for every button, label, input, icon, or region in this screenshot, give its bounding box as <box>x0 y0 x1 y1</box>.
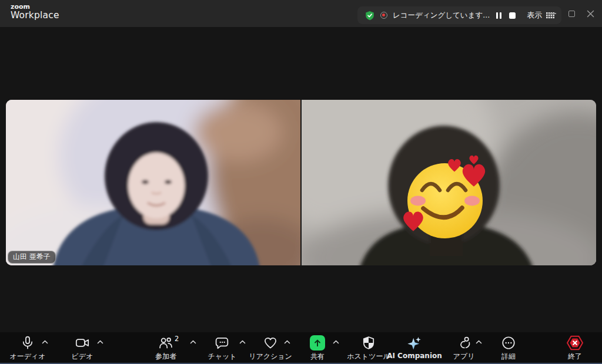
chat-bubble-icon[interactable] <box>215 335 230 350</box>
recording-status-pill: レコーディングしています... 表示 <box>357 6 561 24</box>
toolbar-chat-label: チャット <box>208 352 236 362</box>
apps-icon[interactable] <box>456 335 471 350</box>
minimize-icon <box>549 13 556 14</box>
participants-chevron-up-icon[interactable] <box>190 340 196 344</box>
chat-chevron-up-icon[interactable] <box>239 340 246 344</box>
apps-chevron-up-icon[interactable] <box>476 340 482 344</box>
end-meeting-icon[interactable] <box>566 334 584 352</box>
reactions-chevron-up-icon[interactable] <box>284 340 290 344</box>
participant-video-woman <box>6 100 300 265</box>
audio-chevron-up-icon[interactable] <box>42 340 48 344</box>
close-button[interactable] <box>581 0 600 27</box>
toolbar-video-label: ビデオ <box>72 352 93 362</box>
toolbar-apps-label: アプリ <box>453 352 475 362</box>
participants-icon[interactable] <box>158 335 174 351</box>
security-shield-icon[interactable] <box>364 10 375 21</box>
zoom-workplace-logo: zoom Workplace <box>11 4 59 21</box>
zoom-meeting-window: zoom Workplace レコーディングしています... 表示 <box>0 0 602 364</box>
participants-count-badge: 2 <box>175 335 179 343</box>
view-label: 表示 <box>527 10 542 21</box>
close-icon <box>587 10 594 18</box>
toolbar-participants-label: 参加者 <box>155 352 176 362</box>
toolbar-share-label: 共有 <box>310 352 325 362</box>
pause-recording-button[interactable] <box>495 11 503 20</box>
toolbar-more-label: 詳細 <box>501 352 516 362</box>
record-indicator-icon <box>380 12 387 19</box>
window-controls <box>543 0 600 27</box>
heart-reaction-icon[interactable] <box>263 335 278 350</box>
video-grid: 山田 亜希子 <box>6 100 596 265</box>
recording-status-text: レコーディングしています... <box>393 11 490 21</box>
more-options-icon[interactable] <box>501 335 516 350</box>
share-screen-icon[interactable] <box>310 335 325 350</box>
maximize-icon <box>568 11 575 17</box>
stop-recording-button[interactable] <box>509 12 516 19</box>
video-tile-right[interactable] <box>302 100 596 265</box>
meeting-toolbar: オーディオ ビデオ 2 <box>0 332 602 363</box>
host-tools-shield-icon[interactable] <box>361 335 376 350</box>
meeting-stage: 山田 亜希子 <box>0 27 602 333</box>
minimize-button[interactable] <box>543 0 562 27</box>
ai-companion-sparkle-icon[interactable] <box>406 335 423 352</box>
video-camera-icon[interactable] <box>75 335 90 350</box>
title-bar: zoom Workplace レコーディングしています... 表示 <box>0 0 602 27</box>
toolbar-host-tools-label: ホストツール <box>347 352 390 362</box>
maximize-button[interactable] <box>562 0 581 27</box>
video-tile-left[interactable]: 山田 亜希子 <box>6 100 300 265</box>
share-chevron-up-icon[interactable] <box>333 340 339 344</box>
toolbar-audio-label: オーディオ <box>9 352 45 362</box>
toolbar-reactions-label: リアクション <box>249 352 292 362</box>
brand-workplace: Workplace <box>11 11 59 21</box>
participant-video-emoji-face <box>302 100 596 265</box>
toolbar-ai-companion-label: AI Companion <box>387 352 442 360</box>
video-chevron-up-icon[interactable] <box>97 340 103 344</box>
microphone-icon[interactable] <box>20 335 35 350</box>
toolbar-end-label: 終了 <box>568 352 582 362</box>
participant-name-tag: 山田 亜希子 <box>8 251 56 264</box>
